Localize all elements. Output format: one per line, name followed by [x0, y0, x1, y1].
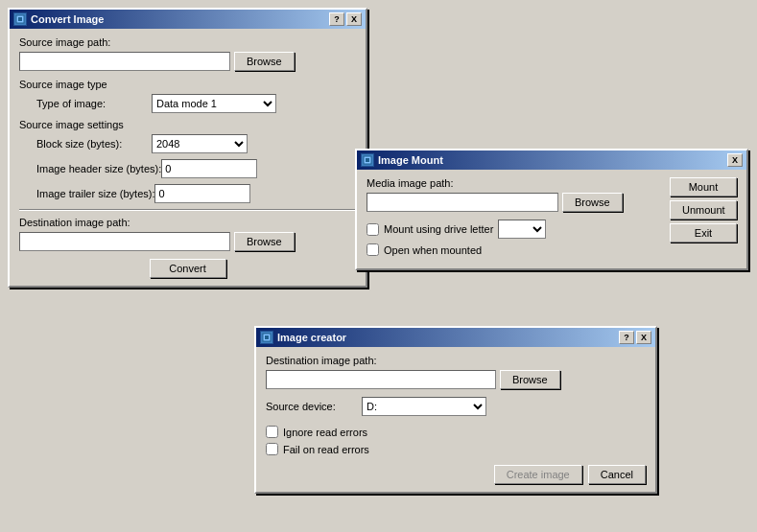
creator-help-btn[interactable]: ? [619, 331, 634, 344]
block-size-label: Block size (bytes): [36, 138, 152, 150]
convert-close-btn[interactable]: X [346, 12, 362, 26]
dest-path-input[interactable] [19, 232, 230, 251]
creator-cancel-btn[interactable]: Cancel [588, 465, 646, 484]
mount-close-btn[interactable]: X [727, 153, 743, 167]
mount-window-title: Image Mount [378, 154, 443, 166]
creator-close-btn[interactable]: X [636, 331, 651, 344]
creator-window-icon [260, 331, 273, 344]
fail-on-read-errors-label: Fail on read errors [283, 444, 369, 455]
block-size-select[interactable]: 2048 512 1024 4096 [152, 134, 248, 153]
source-path-input[interactable] [19, 52, 230, 71]
drive-letter-select[interactable]: C: D: E: F: [498, 220, 546, 239]
source-type-section-label: Source image type [19, 79, 356, 90]
media-path-label: Media image path: [367, 177, 662, 189]
convert-image-window: Convert Image ? X Source image path: Bro… [8, 8, 367, 288]
ignore-read-errors-checkbox[interactable] [266, 426, 278, 438]
creator-dest-path-input[interactable] [266, 370, 496, 389]
convert-title-bar: Convert Image ? X [10, 10, 366, 29]
mount-btn[interactable]: Mount [670, 177, 737, 197]
convert-window-icon [13, 12, 27, 26]
source-device-label: Source device: [266, 401, 362, 412]
source-device-select[interactable]: D: C: E: F: [362, 397, 486, 416]
media-path-input[interactable] [367, 193, 558, 212]
trailer-size-input[interactable] [154, 184, 250, 203]
convert-help-btn[interactable]: ? [329, 12, 344, 26]
creator-dest-path-label: Destination image path: [266, 355, 646, 366]
mount-window-icon [361, 153, 374, 167]
create-image-btn[interactable]: Create image [494, 465, 582, 484]
svg-rect-3 [366, 158, 369, 162]
ignore-read-errors-label: Ignore read errors [283, 427, 367, 438]
unmount-btn[interactable]: Unmount [670, 200, 737, 220]
creator-title-bar: Image creator ? X [256, 328, 655, 347]
svg-rect-5 [265, 335, 269, 339]
type-of-image-select[interactable]: Data mode 1 Data mode 2 Audio [152, 94, 276, 113]
source-browse-btn[interactable]: Browse [234, 52, 295, 71]
source-settings-label: Source image settings [19, 119, 356, 130]
mount-title-bar: Image Mount X [357, 150, 746, 170]
creator-window-title: Image creator [277, 332, 346, 343]
image-mount-window: Image Mount X Media image path: Browse M… [355, 149, 748, 270]
convert-btn[interactable]: Convert [150, 259, 226, 278]
svg-rect-1 [18, 17, 22, 21]
creator-browse-btn[interactable]: Browse [500, 370, 560, 389]
open-when-mounted-label: Open when mounted [384, 244, 482, 256]
dest-path-label: Destination image path: [19, 217, 356, 228]
exit-btn[interactable]: Exit [670, 223, 737, 243]
fail-on-read-errors-checkbox[interactable] [266, 443, 278, 455]
header-size-input[interactable] [161, 159, 257, 178]
mount-browse-btn[interactable]: Browse [562, 193, 623, 212]
header-size-label: Image header size (bytes): [36, 163, 161, 174]
mount-drive-letter-checkbox[interactable] [367, 223, 379, 236]
type-of-image-label: Type of image: [36, 98, 152, 109]
open-when-mounted-checkbox[interactable] [367, 243, 379, 256]
dest-browse-btn[interactable]: Browse [234, 232, 295, 251]
source-path-label: Source image path: [19, 36, 356, 48]
image-creator-window: Image creator ? X Destination image path… [254, 326, 657, 494]
convert-window-title: Convert Image [31, 13, 104, 25]
mount-drive-letter-label: Mount using drive letter [384, 223, 493, 235]
trailer-size-label: Image trailer size (bytes): [36, 188, 154, 199]
